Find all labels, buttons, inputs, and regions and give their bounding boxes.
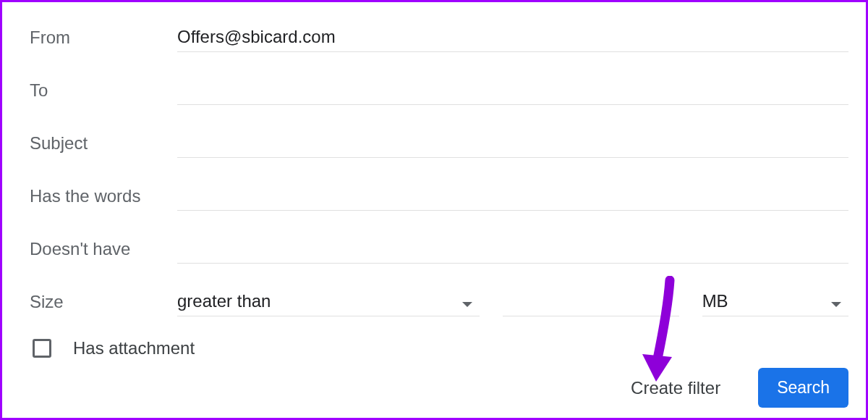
to-input[interactable] — [177, 77, 848, 105]
has-attachment-label: Has attachment — [73, 338, 195, 358]
caret-down-icon — [831, 302, 841, 307]
size-unit-value: MB — [702, 291, 822, 311]
create-filter-button[interactable]: Create filter — [626, 377, 725, 399]
from-input[interactable] — [177, 24, 848, 52]
size-unit-select[interactable]: MB — [702, 288, 848, 316]
from-label: From — [30, 28, 177, 52]
doesnt-have-label: Doesn't have — [30, 239, 177, 264]
search-button[interactable]: Search — [758, 368, 848, 408]
size-value-input[interactable] — [503, 308, 678, 316]
has-attachment-checkbox[interactable] — [33, 339, 51, 358]
size-label: Size — [30, 292, 177, 316]
has-words-input[interactable] — [177, 182, 848, 211]
subject-input[interactable] — [177, 130, 848, 158]
caret-down-icon — [462, 302, 472, 307]
to-label: To — [30, 80, 177, 105]
subject-label: Subject — [30, 133, 177, 158]
has-words-label: Has the words — [30, 186, 177, 211]
size-comparator-value: greater than — [177, 291, 454, 311]
doesnt-have-input[interactable] — [177, 235, 848, 264]
size-comparator-select[interactable]: greater than — [177, 288, 480, 316]
